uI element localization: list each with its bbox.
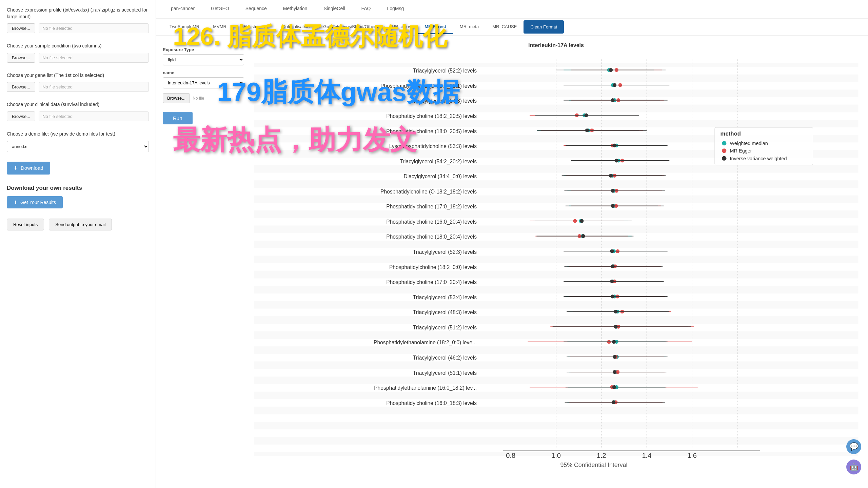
svg-text:Phosphatidylcholine (18:0_20:4: Phosphatidylcholine (18:0_20:4) levels xyxy=(386,234,477,240)
browse-clinical-btn[interactable]: Browse... xyxy=(7,111,35,121)
tab-mr-forest[interactable]: MR Forest xyxy=(418,20,453,34)
svg-point-77 xyxy=(611,189,615,192)
config-no-file: No file xyxy=(193,96,204,101)
forest-plot-svg: 0.8 1.0 1.2 1.4 1.6 95% Confidential Int… xyxy=(251,52,861,467)
svg-point-154 xyxy=(613,355,616,359)
svg-text:Phosphatidylcholine (O-18:2_18: Phosphatidylcholine (O-18:2_18:2) levels xyxy=(380,189,477,195)
download-icon: ⬇ xyxy=(14,165,18,171)
svg-text:1.4: 1.4 xyxy=(642,452,651,459)
forest-plot-area: Interleukin-17A levels xyxy=(251,42,861,480)
svg-text:Phosphatidylcholine (18:2_0:0): Phosphatidylcholine (18:2_0:0) levels xyxy=(389,264,477,270)
tab-methylation[interactable]: Methylation xyxy=(275,0,316,18)
tab-getgeo[interactable]: GetGEO xyxy=(203,0,237,18)
config-browse-btn[interactable]: Browse... xyxy=(163,93,190,103)
exposure-type-label: Exposure Type xyxy=(163,47,244,52)
svg-text:Triacylglycerol (48:3) levels: Triacylglycerol (48:3) levels xyxy=(413,309,477,315)
svg-text:MR Egger: MR Egger xyxy=(730,148,752,154)
tab-singlecell[interactable]: SingleCell xyxy=(315,0,353,18)
svg-point-28 xyxy=(613,83,616,87)
section-demo-file: Choose a demo file: (we provide demo fil… xyxy=(7,131,149,152)
tab-sequence[interactable]: Sequence xyxy=(237,0,275,18)
tab-mr-circos[interactable]: MR circos xyxy=(384,20,418,34)
tab-mr-instrument[interactable]: MR instrument xyxy=(233,20,276,34)
download-button[interactable]: ⬇ Download xyxy=(7,162,50,175)
download-results-title: Download your own results xyxy=(7,185,149,191)
svg-point-70 xyxy=(609,174,613,178)
reset-inputs-button[interactable]: Reset inputs xyxy=(7,219,44,230)
browse-gene-btn[interactable]: Browse... xyxy=(7,82,35,92)
top-nav: pan-cancer GetGEO Sequence Methylation S… xyxy=(156,0,868,19)
svg-text:Phosphatidylcholine (16:0_18:3: Phosphatidylcholine (16:0_18:3) levels xyxy=(386,400,477,406)
tab-gut-cytokines[interactable]: Gut/Cytokines/Blood/Others xyxy=(316,20,384,34)
svg-text:Inverse variance weighted: Inverse variance weighted xyxy=(730,156,787,161)
svg-text:Triacylglycerol (51:1) levels: Triacylglycerol (51:1) levels xyxy=(413,370,477,376)
run-button[interactable]: Run xyxy=(163,112,193,124)
chat-bubble-1[interactable]: 💬 xyxy=(846,439,861,454)
svg-point-168 xyxy=(612,385,616,389)
clinical-data-label: Choose your clinical data (survival incl… xyxy=(7,101,149,108)
download-label: Download xyxy=(21,165,43,171)
svg-text:Triacylglycerol (46:2) levels: Triacylglycerol (46:2) levels xyxy=(413,355,477,361)
svg-point-21 xyxy=(609,68,613,72)
chat-bubble-2[interactable]: 🤖 xyxy=(846,460,861,474)
svg-text:Triacylglycerol (53:4) levels: Triacylglycerol (53:4) levels xyxy=(413,294,477,300)
svg-text:1.6: 1.6 xyxy=(687,452,697,459)
svg-point-35 xyxy=(611,98,615,102)
section-download-results: Download your own results ⬇ Get Your Res… xyxy=(7,185,149,208)
tab-mr-cause[interactable]: MR_CAUSE xyxy=(486,20,524,34)
svg-point-56 xyxy=(613,144,616,147)
name-label: name xyxy=(163,70,244,75)
tab-mr-meta[interactable]: MR_meta xyxy=(453,20,486,34)
tab-twosamplemr[interactable]: TwoSampleMR xyxy=(163,20,206,34)
demo-file-select[interactable]: anno.txt xyxy=(7,141,149,152)
svg-point-84 xyxy=(611,204,615,208)
svg-text:Phosphatidylcholine (17:0_18:2: Phosphatidylcholine (17:0_18:2) levels xyxy=(386,204,477,210)
svg-text:Lysophosphatidylcholine (53:3): Lysophosphatidylcholine (53:3) levels xyxy=(389,143,477,149)
svg-text:Phosphatidylcholine (O-16:0_18: Phosphatidylcholine (O-16:0_18:1) levels xyxy=(380,83,477,89)
svg-text:Phosphatidylcholine (17:0_20:4: Phosphatidylcholine (17:0_20:4) levels xyxy=(386,279,477,285)
tab-pan-cancer[interactable]: pan-cancer xyxy=(163,0,203,18)
svg-point-91 xyxy=(580,219,584,223)
tab-logmsg[interactable]: LogMsg xyxy=(379,0,412,18)
svg-point-147 xyxy=(612,340,616,344)
svg-text:Phosphatidylethanolamine (16:0: Phosphatidylethanolamine (16:0_18:2) lev… xyxy=(374,385,477,391)
browse-sample-btn[interactable]: Browse... xyxy=(7,53,35,63)
section-expression-profile: Choose expression profile (txt/csv/xlsx)… xyxy=(7,7,149,33)
svg-text:Triacylglycerol (54:3) levels: Triacylglycerol (54:3) levels xyxy=(413,98,477,104)
svg-text:Phosphatidylcholine (18:2_20:5: Phosphatidylcholine (18:2_20:5) levels xyxy=(386,113,477,119)
name-select[interactable]: Interleukin-17A levels other xyxy=(163,77,244,88)
svg-text:Diacylglycerol (34:4_0:0) leve: Diacylglycerol (34:4_0:0) levels xyxy=(403,174,477,180)
svg-text:1.2: 1.2 xyxy=(597,452,606,459)
config-panel: Exposure Type lipid cytokine gut microbi… xyxy=(163,42,244,480)
tab-mvmr[interactable]: MVMR xyxy=(206,20,233,34)
svg-text:1.0: 1.0 xyxy=(551,452,561,459)
svg-text:Weighted median: Weighted median xyxy=(730,141,768,146)
svg-point-133 xyxy=(614,310,617,313)
send-email-button[interactable]: Send output to your email xyxy=(49,219,112,230)
get-results-icon: ⬇ xyxy=(14,200,18,205)
tab-colocalisation[interactable]: Colocalisation xyxy=(275,20,316,34)
browse-expression-btn[interactable]: Browse... xyxy=(7,23,35,33)
svg-point-42 xyxy=(585,114,588,117)
second-nav: TwoSampleMR MVMR MR instrument Colocalis… xyxy=(156,19,868,36)
svg-point-105 xyxy=(610,249,614,253)
svg-point-178 xyxy=(722,141,726,145)
exposure-type-select[interactable]: lipid cytokine gut microbiota blood meta… xyxy=(163,54,244,65)
svg-point-98 xyxy=(581,234,585,238)
svg-point-126 xyxy=(611,294,615,298)
tab-clean-format[interactable]: Clean Format xyxy=(524,20,564,34)
demo-file-label: Choose a demo file: (we provide demo fil… xyxy=(7,131,149,138)
svg-point-119 xyxy=(610,280,614,283)
section-sample-condition: Choose your sample condition (two column… xyxy=(7,43,149,63)
expression-profile-label: Choose expression profile (txt/csv/xlsx)… xyxy=(7,7,149,20)
svg-text:Phosphatidylcholine (18:0_20:5: Phosphatidylcholine (18:0_20:5) levels xyxy=(386,128,477,135)
left-panel: Choose expression profile (txt/csv/xlsx)… xyxy=(0,0,156,488)
sample-condition-label: Choose your sample condition (two column… xyxy=(7,43,149,49)
svg-point-175 xyxy=(612,400,615,404)
get-results-button[interactable]: ⬇ Get Your Results xyxy=(7,196,63,208)
svg-point-112 xyxy=(611,264,615,268)
tab-faq[interactable]: FAQ xyxy=(353,0,379,18)
svg-text:Triacylglycerol (54:2_20:2) le: Triacylglycerol (54:2_20:2) levels xyxy=(400,159,477,165)
svg-point-49 xyxy=(585,128,589,132)
get-results-label: Get Your Results xyxy=(20,200,56,205)
